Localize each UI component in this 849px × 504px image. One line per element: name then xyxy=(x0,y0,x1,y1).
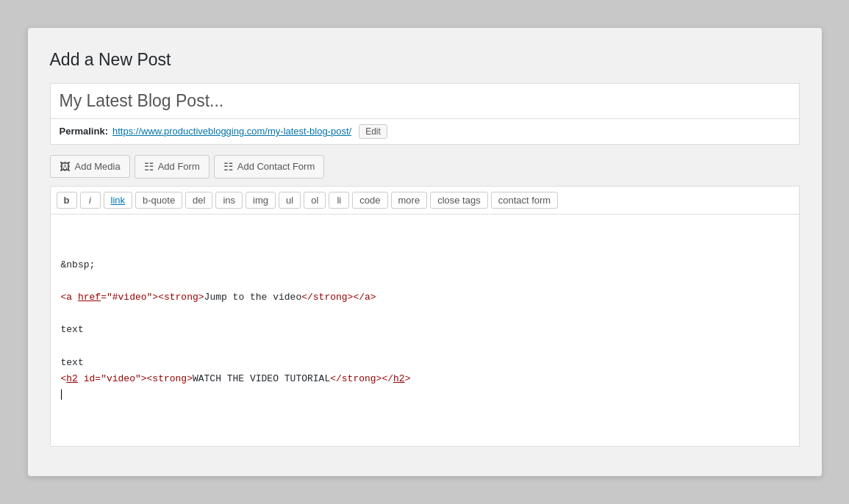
add-form-button[interactable]: ☷ Add Form xyxy=(135,155,209,179)
editor-content: &nbsp; <a href="#video"><strong>Jump to … xyxy=(61,257,789,403)
wp-editor-container: Add a New Post Permalink: https://www.pr… xyxy=(28,28,822,476)
add-media-label: Add Media xyxy=(75,161,121,172)
add-media-button[interactable]: 🖼 Add Media xyxy=(50,155,130,178)
post-title-input[interactable] xyxy=(50,83,800,119)
format-more-button[interactable]: more xyxy=(391,192,428,209)
format-bar: b i link b-quote del ins img ul ol li co… xyxy=(50,186,800,214)
format-contact-form-button[interactable]: contact form xyxy=(491,192,559,209)
format-ul-button[interactable]: ul xyxy=(279,192,301,209)
permalink-url[interactable]: https://www.productiveblogging.com/my-la… xyxy=(112,126,351,137)
add-contact-form-button[interactable]: ☷ Add Contact Form xyxy=(214,155,325,179)
format-close-tags-button[interactable]: close tags xyxy=(430,192,488,209)
format-img-button[interactable]: img xyxy=(246,192,276,209)
add-media-icon: 🖼 xyxy=(60,160,71,173)
toolbar-row: 🖼 Add Media ☷ Add Form ☷ Add Contact For… xyxy=(50,155,800,179)
editor-area[interactable]: &nbsp; <a href="#video"><strong>Jump to … xyxy=(50,214,800,447)
format-bold-button[interactable]: b xyxy=(57,192,77,209)
format-li-button[interactable]: li xyxy=(329,192,349,209)
add-form-icon: ☷ xyxy=(144,160,154,173)
format-italic-button[interactable]: i xyxy=(80,192,101,209)
format-link-button[interactable]: link xyxy=(104,192,133,209)
add-contact-form-label: Add Contact Form xyxy=(237,161,315,172)
page-title: Add a New Post xyxy=(50,50,800,70)
format-code-button[interactable]: code xyxy=(352,192,387,209)
permalink-bar: Permalink: https://www.productivebloggin… xyxy=(50,119,800,145)
permalink-edit-button[interactable]: Edit xyxy=(359,124,387,139)
permalink-label: Permalink: xyxy=(60,126,108,137)
format-del-button[interactable]: del xyxy=(185,192,212,209)
add-form-label: Add Form xyxy=(158,161,200,172)
format-ol-button[interactable]: ol xyxy=(304,192,326,209)
add-contact-form-icon: ☷ xyxy=(223,160,233,173)
format-bquote-button[interactable]: b-quote xyxy=(135,192,182,209)
format-ins-button[interactable]: ins xyxy=(215,192,243,209)
